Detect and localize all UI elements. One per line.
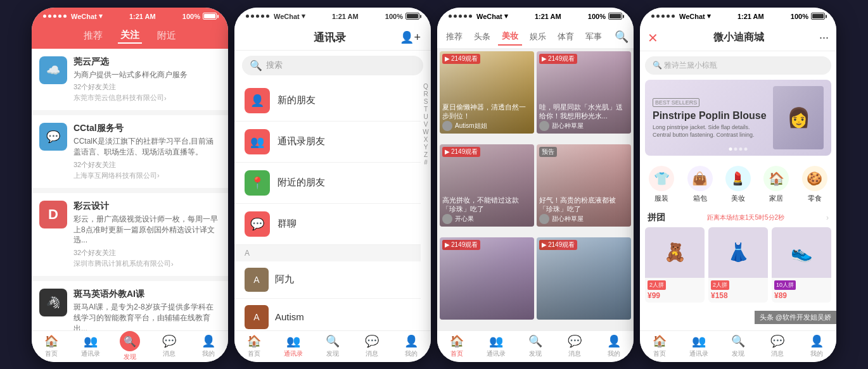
nav-messages-3[interactable]: 💬 消息 (555, 334, 594, 358)
product-card-2[interactable]: 👟 10人拼 ¥89 (772, 227, 831, 303)
tab-nearby[interactable]: 附近 (155, 28, 179, 43)
app3-tab-military[interactable]: 军事 (582, 28, 606, 45)
close-button[interactable]: ✕ (648, 30, 658, 46)
nav-label-home-3: 首页 (450, 349, 463, 358)
alphabet-index: Q R S T U V W X Y Z # (421, 80, 431, 330)
nav-profile-3[interactable]: 👤 我的 (594, 334, 634, 358)
video-author-3: 甜心种草屋 (539, 214, 629, 224)
app4-header: ✕ 微小迪商城 ··· (640, 25, 836, 51)
feed-meta-1: 32个好友关注 (73, 160, 220, 170)
video-grid: ▶ 2149观看 夏日偷懒神器，清透自然一步到位！ Autism姐姐 ▶ 214… (437, 49, 634, 330)
app3-tab-toutiao[interactable]: 头条 (470, 28, 494, 45)
nav-label-discover-4: 发现 (732, 349, 744, 358)
shop-cat-clothing[interactable]: 👕 服装 (649, 166, 674, 203)
home-goods-icon: 🏠 (763, 166, 789, 191)
contact-autism[interactable]: A Autism (234, 299, 421, 330)
special-contact-0[interactable]: 👤 新的朋友 (234, 80, 421, 122)
nav-discover-4[interactable]: 🔍 发现 (718, 334, 758, 358)
video-card-4[interactable]: 预告 ▶ 2149观看 (440, 237, 534, 320)
nav-discover-3[interactable]: 🔍 发现 (516, 334, 555, 358)
shop-search-bar[interactable]: 🔍 雅诗兰黛小棕瓶 (645, 56, 831, 75)
search-icon-3[interactable]: 🔍 (615, 30, 629, 44)
shop-cat-snacks[interactable]: 🍪 零食 (802, 166, 827, 203)
nav-contacts-1[interactable]: 👥 通讯录 (71, 334, 110, 358)
group-buy-more-icon[interactable]: › (826, 213, 829, 222)
more-icon[interactable]: ··· (819, 31, 829, 44)
tab-recommend[interactable]: 推荐 (81, 28, 105, 43)
feed-avatar-1: 💬 (39, 123, 67, 151)
contact-ajiu[interactable]: A 阿九 (234, 261, 421, 299)
nav-home-2[interactable]: 🏠 首页 (234, 334, 274, 358)
nav-label-messages-2: 消息 (366, 349, 378, 358)
tab-follow[interactable]: 关注 (118, 28, 142, 44)
nav-contacts-3[interactable]: 👥 通讯录 (476, 334, 516, 358)
contacts-friends-icon: 👥 (245, 129, 270, 154)
nav-label-home-2: 首页 (248, 349, 260, 358)
shop-cat-home[interactable]: 🏠 家居 (763, 166, 789, 203)
feed-item-1[interactable]: 💬 CCtal服务号 CCtalK是淡江旗下的社群学习平台,目前涵盖语言、职场生… (32, 115, 228, 188)
nav-profile-2[interactable]: 👤 我的 (392, 334, 431, 358)
avatar-ajiu: A (245, 268, 269, 292)
nav-messages-4[interactable]: 💬 消息 (758, 334, 797, 358)
app3-tab-beauty[interactable]: 美妆 (498, 28, 522, 46)
nearby-friends-label: 附近的朋友 (278, 177, 325, 189)
video-author-2: 开心果 (442, 214, 532, 224)
nav-home-4[interactable]: 🏠 首页 (640, 334, 679, 358)
app3-nav: 🏠 首页 👥 通讯录 🔍 发现 💬 消息 👤 我的 (437, 330, 634, 362)
special-contact-3[interactable]: 💬 群聊 (234, 204, 421, 245)
feed-desc-3: 斑马AI课，是专为2-8岁孩子提供多学科在线学习的智能教育平台，由辅辅在线教育出… (73, 302, 220, 330)
feed-avatar-0: ☁️ (39, 56, 67, 84)
nav-home-1[interactable]: 🏠 首页 (32, 334, 71, 358)
banner-desc: Long pinstripe jacket. Side flap details… (653, 124, 768, 139)
contacts-icon-4: 👥 (692, 334, 706, 348)
status-bar-2: WeChat ▾ 1:21 AM 100% (234, 8, 431, 25)
special-contact-1[interactable]: 👥 通讯录朋友 (234, 122, 421, 163)
shop-cat-beauty[interactable]: 💄 美妆 (725, 166, 751, 203)
feed-item-3[interactable]: 🦓 斑马英语外教AI课 斑马AI课，是专为2-8岁孩子提供多学科在线学习的智能教… (32, 281, 228, 330)
video-card-1[interactable]: ▶ 2149观看 哇，明星同款「水光肌」送给你！我想用秒光水... 甜心种草屋 (537, 51, 631, 134)
nav-discover-1[interactable]: 🔍 发现 (110, 331, 150, 361)
app3-tab-sports[interactable]: 体育 (554, 28, 578, 45)
video-card-5[interactable]: 回放 ▶ 2149观看 (537, 237, 631, 320)
section-a: A (234, 245, 421, 261)
shop-cat-bags[interactable]: 👜 箱包 (687, 166, 713, 203)
new-friends-icon: 👤 (245, 88, 270, 113)
home-icon-2: 🏠 (247, 334, 261, 348)
carrier-3: WeChat (476, 13, 502, 20)
product-card-1[interactable]: 👗 2人拼 ¥158 (708, 227, 768, 303)
nav-messages-2[interactable]: 💬 消息 (352, 334, 392, 358)
nav-contacts-2[interactable]: 👥 通讯录 (274, 334, 313, 358)
group-buy-timer: 距离本场结束1天5时5分2秒 (707, 213, 784, 222)
video-caption-3: 好气！高贵的粉底液都被「珍珠」吃了 (539, 196, 629, 214)
nav-discover-2[interactable]: 🔍 发现 (313, 334, 352, 358)
beauty-icon: 💄 (725, 166, 751, 191)
feed-item-2[interactable]: D 彩云设计 彩云，册广高级视觉设计师一枚，每周一早上8点准时更新一篇原创国外精… (32, 193, 228, 276)
nav-profile-4[interactable]: 👤 我的 (797, 334, 836, 358)
profile-icon-2: 👤 (404, 334, 418, 348)
video-card-2[interactable]: ▶ 2149观看 高光拼妆，不能错过这款「珍珠」吃了 开心果 (440, 144, 534, 227)
contact-name-ajiu: 阿九 (275, 273, 294, 285)
phone-3-video: WeChat ▾ 1:21 AM 100% 推荐 头条 美妆 娱乐 体育 军事 … (437, 8, 634, 362)
video-card-3[interactable]: 预告 好气！高贵的粉底液都被「珍珠」吃了 甜心种草屋 (537, 144, 631, 227)
app3-tab-entertainment[interactable]: 娱乐 (526, 28, 550, 45)
phone-4-shop: WeChat ▾ 1:21 AM 100% ✕ 微小迪商城 ··· 🔍 雅诗兰黛… (640, 8, 836, 362)
search-placeholder-2: 搜索 (266, 59, 283, 71)
nav-label-contacts-3: 通讯录 (487, 349, 506, 358)
nav-home-3[interactable]: 🏠 首页 (437, 334, 476, 358)
nav-messages-1[interactable]: 💬 消息 (150, 334, 189, 358)
app2-nav: 🏠 首页 👥 通讯录 🔍 发现 💬 消息 👤 我的 (234, 330, 431, 362)
battery-pct-2: 100% (385, 13, 403, 20)
banner-title: Pinstripe Poplin Blouse (653, 109, 768, 122)
nav-contacts-4[interactable]: 👥 通讯录 (679, 334, 718, 358)
nav-profile-1[interactable]: 👤 我的 (189, 334, 228, 358)
product-card-0[interactable]: 🧸 2人拼 ¥99 (645, 227, 705, 303)
video-card-0[interactable]: ▶ 2149观看 夏日偷懒神器，清透自然一步到位！ Autism姐姐 (440, 51, 534, 134)
discover-icon-1: 🔍 (120, 331, 140, 351)
feed-meta-2: 32个好友关注 (73, 248, 220, 258)
feed-desc-1: CCtalK是淡江旗下的社群学习平台,目前涵盖语言、职场生活、现场活动直播等。 (73, 136, 220, 158)
app3-tab-recommend[interactable]: 推荐 (442, 28, 466, 45)
feed-item-0[interactable]: ☁️ 莞云严选 为商户提供一站式多样化商户服务 32个好友关注 东莞市莞云信息科… (32, 49, 228, 111)
contacts-add-icon[interactable]: 👤+ (400, 30, 421, 44)
product-grid: 🧸 2人拼 ¥99 👗 2人拼 ¥158 👟 10人拼 ¥89 (640, 227, 836, 303)
special-contact-2[interactable]: 📍 附近的朋友 (234, 163, 421, 204)
